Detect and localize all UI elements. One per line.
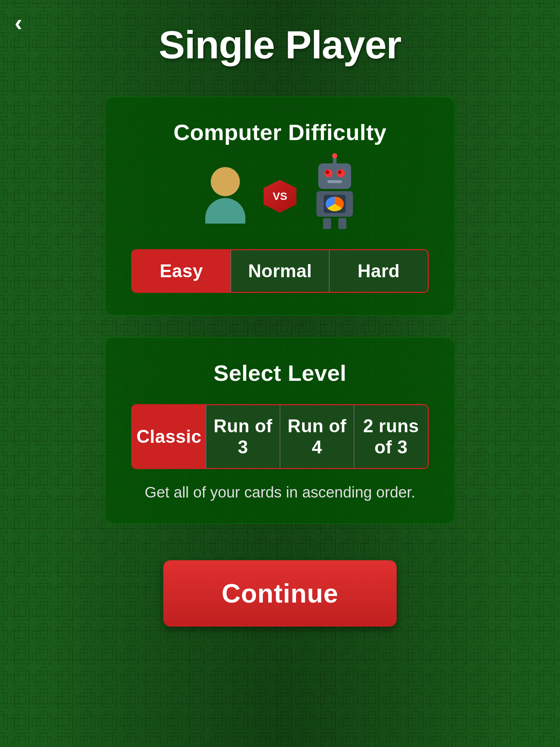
difficulty-title: Computer Difficulty — [131, 119, 429, 145]
level-run4-button[interactable]: Run of 4 — [280, 405, 354, 468]
difficulty-easy-button[interactable]: Easy — [132, 250, 231, 292]
back-button[interactable]: ‹ — [15, 11, 22, 34]
robot-screen-display — [326, 197, 344, 211]
level-button-group: Classic Run of 3 Run of 4 2 runs of 3 — [131, 404, 429, 469]
level-2run3-button[interactable]: 2 runs of 3 — [354, 405, 428, 468]
difficulty-icons: VS — [131, 163, 429, 229]
robot-eyes — [324, 169, 345, 177]
robot-leg-right — [338, 218, 346, 229]
level-title: Select Level — [131, 360, 429, 386]
robot-legs — [323, 218, 346, 229]
difficulty-hard-button[interactable]: Hard — [330, 250, 428, 292]
robot-eye-left — [324, 169, 332, 177]
human-avatar — [198, 167, 253, 225]
level-description: Get all of your cards in ascending order… — [131, 484, 429, 501]
level-run3-button[interactable]: Run of 3 — [206, 405, 280, 468]
robot-eye-right — [337, 169, 345, 177]
human-head — [211, 167, 240, 196]
difficulty-button-group: Easy Normal Hard — [131, 249, 429, 293]
page-title: Single Player — [159, 22, 401, 67]
robot-avatar — [307, 163, 362, 229]
difficulty-card: Computer Difficulty VS — [105, 97, 455, 316]
robot-screen — [324, 195, 346, 213]
robot-leg-left — [323, 218, 331, 229]
robot-body — [316, 191, 353, 217]
human-body — [205, 198, 245, 224]
robot-head — [318, 163, 351, 189]
level-classic-button[interactable]: Classic — [132, 405, 206, 468]
continue-button[interactable]: Continue — [163, 560, 397, 627]
vs-badge: VS — [264, 180, 296, 213]
difficulty-normal-button[interactable]: Normal — [231, 250, 330, 292]
robot-mouth — [327, 180, 342, 183]
level-card: Select Level Classic Run of 3 Run of 4 2… — [105, 337, 455, 524]
robot-antenna — [333, 156, 337, 163]
